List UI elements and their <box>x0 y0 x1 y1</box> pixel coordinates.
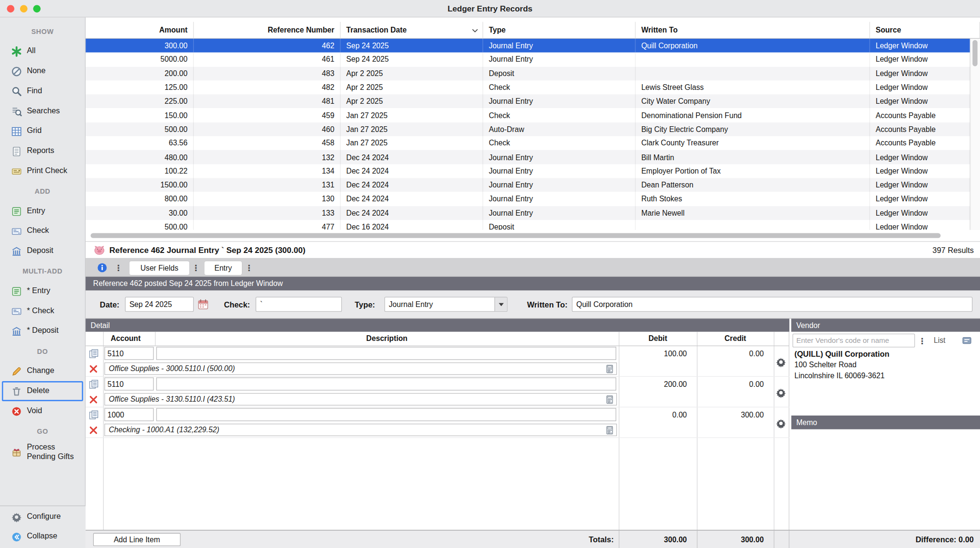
cell-type: Check <box>483 80 636 94</box>
horizontal-scrollbar-thumb[interactable] <box>91 233 941 238</box>
column-header-transaction-date[interactable]: Transaction Date <box>341 22 483 38</box>
table-row[interactable]: 800.00130Dec 24 2024Journal EntryRuth St… <box>86 192 970 206</box>
debit-value[interactable]: 200.00 <box>619 376 692 393</box>
sidebar-item-collapse[interactable]: Collapse <box>2 527 84 547</box>
sidebar-item-show-reports[interactable]: Reports <box>2 141 83 161</box>
tab-entry[interactable]: Entry <box>205 261 242 275</box>
line-gear-icon[interactable] <box>775 418 786 428</box>
entry-menu-icon[interactable]: ⋮ <box>245 259 253 277</box>
table-row[interactable]: 200.00483Apr 2 2025DepositLedger Window <box>86 66 970 80</box>
description-input[interactable] <box>156 377 616 390</box>
column-header-written-to[interactable]: Written To <box>636 22 870 38</box>
column-header-type[interactable]: Type <box>483 22 636 38</box>
column-header-label: Type <box>489 26 505 34</box>
sidebar-item-do-delete[interactable]: Delete <box>2 381 83 401</box>
cell-ref: 132 <box>194 150 340 164</box>
table-row[interactable]: 30.00133Dec 24 2024Journal EntryMarie Ne… <box>86 206 970 220</box>
description-input[interactable] <box>156 347 616 360</box>
column-header-reference-number[interactable]: Reference Number <box>194 22 340 38</box>
vertical-scrollbar[interactable] <box>970 39 980 230</box>
add-line-item-button[interactable]: Add Line Item <box>93 533 181 546</box>
table-row[interactable]: 100.22134Dec 24 2024Journal EntryEmploye… <box>86 164 970 178</box>
description-input[interactable] <box>156 408 616 421</box>
minimize-window-button[interactable] <box>20 5 28 12</box>
debit-value[interactable]: 100.00 <box>619 346 692 362</box>
sidebar-section-do: DO <box>0 341 85 361</box>
table-row[interactable]: 300.00462Sep 24 2025Journal EntryQuill C… <box>86 39 970 53</box>
user-fields-menu-icon[interactable]: ⋮ <box>192 259 200 277</box>
sidebar-item-show-print-check[interactable]: Print Check <box>2 161 83 181</box>
sidebar-item-multi-add-deposit[interactable]: * Deposit <box>2 321 83 341</box>
calculator-icon[interactable] <box>605 395 615 405</box>
written-to-field[interactable] <box>572 297 972 312</box>
delete-line-icon[interactable] <box>89 364 98 374</box>
vendor-card-icon[interactable] <box>961 336 973 346</box>
cell-amount: 500.00 <box>86 122 194 136</box>
info-menu-icon[interactable]: ⋮ <box>114 259 122 277</box>
sidebar-item-label: Find <box>27 87 42 96</box>
sidebar-item-label: Deposit <box>27 246 53 256</box>
sort-descending-icon <box>472 29 478 33</box>
line-gear-icon[interactable] <box>775 357 786 367</box>
table-row[interactable]: 500.00477Dec 16 2024DepositLedger Window <box>86 220 970 230</box>
column-header-source[interactable]: Source <box>870 22 980 38</box>
vendor-menu-icon[interactable]: ⋮ <box>918 332 926 350</box>
line-item-icon <box>89 410 99 420</box>
sidebar-item-label: Process Pending Gifts <box>27 442 82 462</box>
debit-value[interactable]: 0.00 <box>619 407 692 423</box>
sidebar-item-label: Grid <box>27 126 42 136</box>
sidebar-item-show-grid[interactable]: Grid <box>2 121 83 141</box>
delete-line-icon[interactable] <box>89 426 98 435</box>
deposit-icon <box>11 246 22 256</box>
detail-subrow: Office Supplies - 3130.5110.I (423.51) <box>86 393 789 407</box>
cell-date: Dec 24 2024 <box>341 192 483 206</box>
sidebar-item-multi-add-check[interactable]: * Check <box>2 301 83 321</box>
sidebar-item-go-process-pending-gifts[interactable]: Process Pending Gifts <box>2 441 83 463</box>
sidebar-item-multi-add-entry[interactable]: * Entry <box>2 281 83 301</box>
table-row[interactable]: 225.00481Apr 2 2025Journal EntryCity Wat… <box>86 95 970 109</box>
sidebar-item-label: Entry <box>27 206 45 216</box>
account-input[interactable]: 1000 <box>104 408 153 421</box>
sidebar-item-add-entry[interactable]: Entry <box>2 201 83 221</box>
sidebar-item-show-none[interactable]: None <box>2 61 83 81</box>
grid-line <box>774 530 774 548</box>
table-row[interactable]: 125.00482Apr 2 2025CheckLewis Street Gla… <box>86 80 970 94</box>
sidebar-item-do-change[interactable]: Change <box>2 361 83 381</box>
sidebar-item-show-all[interactable]: All <box>2 41 83 61</box>
calculator-icon[interactable] <box>605 426 615 435</box>
account-input[interactable]: 5110 <box>104 347 153 360</box>
sidebar-item-add-check[interactable]: Check <box>2 221 83 241</box>
info-icon[interactable] <box>97 263 108 273</box>
calculator-icon[interactable] <box>605 364 615 374</box>
vendor-search-input[interactable] <box>793 334 915 348</box>
close-window-button[interactable] <box>7 5 14 12</box>
horizontal-scrollbar[interactable] <box>86 230 980 241</box>
table-row[interactable]: 5000.00461Sep 24 2025Journal EntryLedger… <box>86 53 970 66</box>
column-header-amount[interactable]: Amount <box>86 22 194 38</box>
table-row[interactable]: 150.00459Jan 27 2025CheckDenominational … <box>86 109 970 122</box>
credit-value[interactable]: 0.00 <box>697 346 769 362</box>
type-dropdown[interactable]: Journal Entry <box>384 297 508 312</box>
tab-user-fields[interactable]: User Fields <box>130 261 190 275</box>
zoom-window-button[interactable] <box>33 5 41 12</box>
sidebar-item-show-find[interactable]: Find <box>2 81 83 101</box>
account-input[interactable]: 5110 <box>104 377 153 390</box>
gifts-icon <box>11 447 22 457</box>
credit-value[interactable]: 0.00 <box>697 376 769 393</box>
vendor-list-link[interactable]: List <box>934 332 945 350</box>
vertical-scrollbar-thumb[interactable] <box>972 40 977 66</box>
sidebar-item-configure[interactable]: Configure <box>2 507 84 527</box>
table-row[interactable]: 1500.00131Dec 24 2024Journal EntryDean P… <box>86 178 970 192</box>
credit-value[interactable]: 300.00 <box>697 407 769 423</box>
delete-line-icon[interactable] <box>89 395 98 405</box>
cell-written-to: Employer Portion of Tax <box>636 164 870 178</box>
sidebar-item-do-void[interactable]: Void <box>2 401 83 421</box>
table-row[interactable]: 500.00460Jan 27 2025Auto-DrawBig City El… <box>86 122 970 136</box>
line-gear-icon[interactable] <box>775 387 786 398</box>
table-row[interactable]: 480.00132Dec 24 2024Journal EntryBill Ma… <box>86 150 970 164</box>
table-row[interactable]: 63.56458Jan 27 2025CheckClark County Tre… <box>86 136 970 150</box>
sidebar-item-add-deposit[interactable]: Deposit <box>2 241 83 261</box>
sidebar-item-show-searches[interactable]: Searches <box>2 101 83 121</box>
date-field[interactable] <box>125 297 194 312</box>
sidebar-item-label: All <box>27 46 35 56</box>
